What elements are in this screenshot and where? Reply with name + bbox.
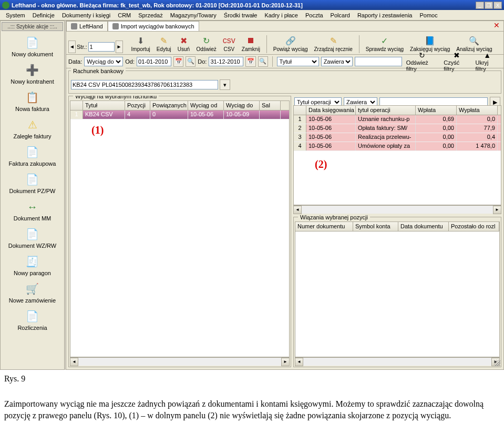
table-row[interactable]: 410-05-06Umówione opłaty za0,001 478,0 bbox=[294, 142, 501, 151]
tool-csv[interactable]: csvCSV bbox=[220, 34, 239, 53]
sidebar-item-6[interactable]: ↔Dokument MM bbox=[1, 196, 64, 224]
filter-zawiera-select[interactable]: Zawiera bbox=[321, 57, 353, 66]
tool-importuj[interactable]: ⬇Importuj bbox=[128, 34, 153, 53]
account-select-button[interactable]: ▾ bbox=[220, 79, 230, 90]
col-header[interactable]: Pozycji bbox=[125, 101, 150, 110]
tool-edytuj[interactable]: ✎Edytuj bbox=[153, 34, 174, 53]
col-header[interactable]: Symbol konta bbox=[353, 222, 398, 231]
menu-system[interactable]: System bbox=[2, 11, 29, 19]
tool-sprawdz-wyciąg[interactable]: ✓Sprawdz wyciąg bbox=[363, 34, 407, 53]
menu-magazyny/towary[interactable]: Magazyny/Towary bbox=[167, 11, 220, 19]
resize-grip[interactable] bbox=[494, 360, 500, 366]
page-prev-button[interactable]: ◄ bbox=[68, 41, 76, 53]
col-header[interactable]: tytuł operacji bbox=[356, 106, 416, 115]
menu-polcard[interactable]: Polcard bbox=[327, 11, 354, 19]
tool-usuń[interactable]: ✖Usuń bbox=[174, 34, 193, 53]
col-header[interactable]: Wyciąg do bbox=[224, 101, 260, 110]
col-header[interactable]: Data księgowania bbox=[306, 106, 356, 115]
bottom-scrollbar-h[interactable]: ◄► bbox=[295, 357, 500, 366]
cell bbox=[260, 110, 281, 119]
clear-filters-button[interactable]: ✖Czyść filtry bbox=[441, 51, 472, 72]
menu-kadry-i-płace[interactable]: Kadry i płace bbox=[261, 11, 302, 19]
cell: KB24 CSV bbox=[83, 110, 125, 119]
tab-0[interactable]: LeftHand bbox=[66, 21, 108, 31]
menu-poczta[interactable]: Poczta bbox=[302, 11, 327, 19]
table-row[interactable]: 1KB24 CSV4010-05-0610-05-09 bbox=[70, 110, 289, 119]
col-header[interactable]: Data dokumentu bbox=[398, 222, 449, 231]
filter-tytul-select[interactable]: Tytuł bbox=[277, 57, 319, 66]
filter-text-input[interactable] bbox=[355, 57, 402, 66]
sidebar-label: Nowa faktura bbox=[15, 106, 49, 112]
filter-do-input[interactable] bbox=[209, 57, 243, 66]
tool-zamknij[interactable]: ⏹Zamknij bbox=[239, 34, 263, 53]
minimize-button[interactable]: _ bbox=[476, 2, 484, 9]
table-row[interactable]: 210-05-06Opłata faktury: SM/0,0077,9 bbox=[294, 124, 501, 133]
main-area: LeftHandImport wyciągów bankowych ✕ ◄ St… bbox=[66, 21, 504, 370]
sidebar-item-9[interactable]: 🛒Nowe zamówienie bbox=[1, 278, 64, 306]
menu-środki-trwałe[interactable]: Środki trwałe bbox=[220, 11, 261, 19]
tool-powiąż-wyciąg[interactable]: 🔗Powiąż wyciąg bbox=[270, 34, 311, 53]
col-header[interactable]: Wypłata bbox=[457, 106, 498, 115]
col-header[interactable]: Wyciąg od bbox=[188, 101, 224, 110]
left-panel: Wyciągi na wybranym rachunku TytułPozycj… bbox=[68, 96, 291, 367]
account-input[interactable] bbox=[71, 80, 218, 89]
filter-od-cal-button[interactable]: 📅 bbox=[173, 56, 183, 67]
hide-filters-button[interactable]: ▲Ukryj filtry bbox=[473, 51, 501, 72]
right-scrollbar-h[interactable]: ◄► bbox=[293, 205, 501, 214]
tool-label: Zrządzaj ręcznie bbox=[314, 46, 352, 52]
tab-1[interactable]: Import wyciągów bankowych bbox=[108, 21, 199, 31]
sidebar-item-4[interactable]: 📄Faktura zakupowa bbox=[1, 142, 64, 169]
page-input[interactable] bbox=[88, 42, 115, 52]
tool-icon: ⏹ bbox=[245, 35, 256, 46]
bottom-panel: Wiązania wybranej pozycji Numer dokument… bbox=[293, 217, 501, 367]
left-scrollbar-h[interactable]: ◄► bbox=[70, 357, 290, 366]
sidebar-item-0[interactable]: 📄Nowy dokument bbox=[1, 32, 64, 59]
col-header[interactable]: Sal bbox=[260, 101, 281, 110]
menu-sprzedaż[interactable]: Sprzedaż bbox=[135, 11, 166, 19]
menu-definicje[interactable]: Definicje bbox=[29, 11, 58, 19]
filter-od-input[interactable] bbox=[137, 57, 171, 66]
sidebar: ..::: Szybkie akcje :::.. 📄Nowy dokument… bbox=[0, 21, 65, 370]
cell: 10-05-06 bbox=[306, 115, 356, 124]
tool-odśwież[interactable]: ↻Odśwież bbox=[193, 34, 219, 53]
filter-do-search-button[interactable]: 🔍 bbox=[258, 56, 268, 67]
cell: Realizacja przelewu- bbox=[356, 133, 416, 142]
col-header[interactable] bbox=[70, 101, 83, 110]
tool-icon: 🔗 bbox=[285, 35, 296, 46]
col-header[interactable]: Wpłata bbox=[416, 106, 457, 115]
menu-pomoc[interactable]: Pomoc bbox=[416, 11, 441, 19]
sidebar-item-5[interactable]: 📄Dokument PZ/PW bbox=[1, 169, 64, 196]
page-next-button[interactable]: ► bbox=[116, 41, 123, 53]
tool-icon: ✎ bbox=[159, 35, 169, 46]
sidebar-item-1[interactable]: ➕Nowy kontrahent bbox=[1, 59, 64, 87]
sidebar-label: Dokument WZ/RW bbox=[8, 243, 56, 249]
sidebar-item-3[interactable]: ⚠Zaległe faktury bbox=[1, 114, 64, 142]
tool-icon: 🔍 bbox=[469, 35, 479, 46]
col-header[interactable]: Powiązanych bbox=[150, 101, 188, 110]
sidebar-item-10[interactable]: 📄Rozliczenia bbox=[1, 306, 64, 333]
sidebar-icon: 📄 bbox=[24, 34, 41, 51]
sidebar-item-7[interactable]: 📄Dokument WZ/RW bbox=[1, 224, 64, 251]
table-row[interactable]: 310-05-06Realizacja przelewu-0,000,4 bbox=[294, 133, 501, 142]
col-header[interactable]: Tytuł bbox=[83, 101, 125, 110]
col-header[interactable]: Pozostało do rozl bbox=[449, 222, 499, 231]
cell: Umówione opłaty za bbox=[356, 142, 416, 150]
tool-zrządzaj-ręcznie[interactable]: ✎Zrządzaj ręcznie bbox=[311, 34, 355, 53]
sidebar-item-8[interactable]: 🧾Nowy paragon bbox=[1, 251, 64, 278]
col-header[interactable]: Numer dokumentu bbox=[295, 222, 353, 231]
table-row[interactable]: 110-05-06Uznanie rachunku-p0,690,0 bbox=[294, 115, 501, 124]
col-header[interactable] bbox=[294, 106, 306, 115]
sidebar-item-2[interactable]: 📋Nowa faktura bbox=[1, 87, 64, 114]
refresh-filters-button[interactable]: ↻Odśwież filtry bbox=[404, 51, 441, 72]
menu-crm[interactable]: CRM bbox=[114, 11, 135, 19]
menu-dokumenty-i-księgi[interactable]: Dokumenty i księgi bbox=[58, 11, 114, 19]
filter-do-cal-button[interactable]: 📅 bbox=[245, 56, 255, 67]
close-window-button[interactable]: X bbox=[493, 2, 502, 9]
sidebar-icon: 📄 bbox=[24, 144, 41, 160]
close-all-tabs-icon[interactable]: ✕ bbox=[493, 21, 503, 32]
menu-raporty-i-zestawienia[interactable]: Raporty i zestawienia bbox=[354, 11, 416, 19]
filter-data-select[interactable]: Wyciąg do bbox=[84, 57, 123, 66]
tab-icon bbox=[71, 23, 77, 29]
filter-od-search-button[interactable]: 🔍 bbox=[186, 56, 196, 67]
maximize-button[interactable]: ❐ bbox=[485, 2, 493, 9]
